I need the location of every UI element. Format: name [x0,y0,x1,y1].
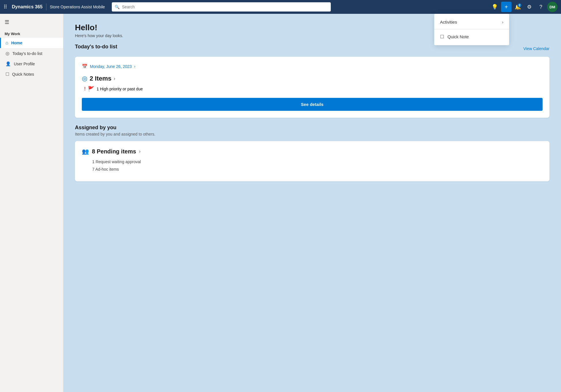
main-layout: ☰ My Work ⌂ Home ◎ Today's to-do list 👤 … [0,14,561,392]
notes-icon: ☐ [5,72,9,77]
date-row: 📅 Monday, June 26, 2023 › [82,64,543,69]
dropdown-divider [434,29,509,29]
todo-card: 📅 Monday, June 26, 2023 › ◎ 2 Items › ! … [75,57,549,118]
search-input[interactable] [122,5,328,9]
bullseye-icon: ◎ [82,75,87,82]
activities-label: Activities [440,20,457,24]
quick-note-label: Quick Note [447,34,469,39]
date-text: Monday, June 26, 2023 [90,64,132,69]
items-count: 2 Items [90,75,112,82]
nav-divider [46,3,46,10]
sidebar-item-todo[interactable]: ◎ Today's to-do list [0,48,63,59]
sidebar: ☰ My Work ⌂ Home ◎ Today's to-do list 👤 … [0,14,63,392]
notification-badge: 2 [517,3,522,7]
sidebar-item-label-profile: User Profile [14,62,35,66]
quick-note-icon: ☐ [440,34,444,39]
help-icon[interactable]: ? [536,2,546,12]
profile-icon: 👤 [5,61,11,66]
user-avatar[interactable]: DM [547,2,558,12]
app-name: Store Operations Assist Mobile [50,5,105,9]
dropdown-menu: Activities › ☐ Quick Note [434,14,509,45]
sidebar-section-label: My Work [0,28,63,38]
exclamation-icon: ! [84,86,86,92]
top-navigation: ⠿ Dynamics 365 Store Operations Assist M… [0,0,561,14]
todo-icon: ◎ [5,51,10,56]
search-icon: 🔍 [115,5,120,9]
search-bar[interactable]: 🔍 [112,2,331,12]
assigned-users-icon: 👥 [82,148,89,155]
settings-icon[interactable]: ⚙ [524,2,534,12]
assigned-section: Assigned by you Items created by you and… [75,125,549,181]
priority-row: ! 🚩 1 High priority or past due [82,86,543,92]
activities-chevron: › [502,20,503,24]
assigned-title: Assigned by you [75,125,549,131]
pending-row: 👥 8 Pending items › [82,148,543,155]
date-chevron: › [134,64,135,68]
priority-text: 1 High priority or past due [97,87,143,91]
items-chevron: › [114,76,115,81]
sidebar-item-home[interactable]: ⌂ Home [0,38,63,48]
priority-flag-icon: 🚩 [88,86,94,92]
waffle-icon[interactable]: ⠿ [3,4,7,10]
lightbulb-icon[interactable]: 💡 [490,2,500,12]
pending-detail-2: 7 Ad-hoc items [92,167,543,172]
dropdown-quick-note[interactable]: ☐ Quick Note [434,31,509,43]
sidebar-item-notes[interactable]: ☐ Quick Notes [0,69,63,79]
items-row: ◎ 2 Items › [82,75,543,82]
view-calendar-link[interactable]: View Calendar [523,46,549,51]
main-content: Hello! Here's how your day looks. Today'… [63,14,561,392]
brand-name: Dynamics 365 [12,4,43,9]
home-icon: ⌂ [5,40,8,45]
sidebar-item-profile[interactable]: 👤 User Profile [0,59,63,69]
sidebar-item-label-notes: Quick Notes [12,72,34,77]
pending-chevron: › [139,149,140,154]
sidebar-item-label-todo: Today's to-do list [12,51,42,56]
top-nav-actions: 💡 + 🔔 2 ⚙ ? DM [490,2,558,12]
assigned-subtitle: Items created by you and assigned to oth… [75,132,549,136]
todo-section-title: Today's to-do list [75,44,117,50]
pending-detail-1: 1 Request waiting approval [92,159,543,164]
new-button[interactable]: + [501,2,511,12]
assigned-card: 👥 8 Pending items › 1 Request waiting ap… [75,141,549,181]
pending-count: 8 Pending items [92,148,136,155]
pending-details: 1 Request waiting approval 7 Ad-hoc item… [82,159,543,172]
hamburger-icon[interactable]: ☰ [0,16,63,28]
dropdown-activities[interactable]: Activities › [434,16,509,28]
see-details-button[interactable]: See details [82,98,543,111]
notifications-icon[interactable]: 🔔 2 [513,2,523,12]
calendar-icon: 📅 [82,64,88,69]
sidebar-item-label-home: Home [11,41,22,45]
